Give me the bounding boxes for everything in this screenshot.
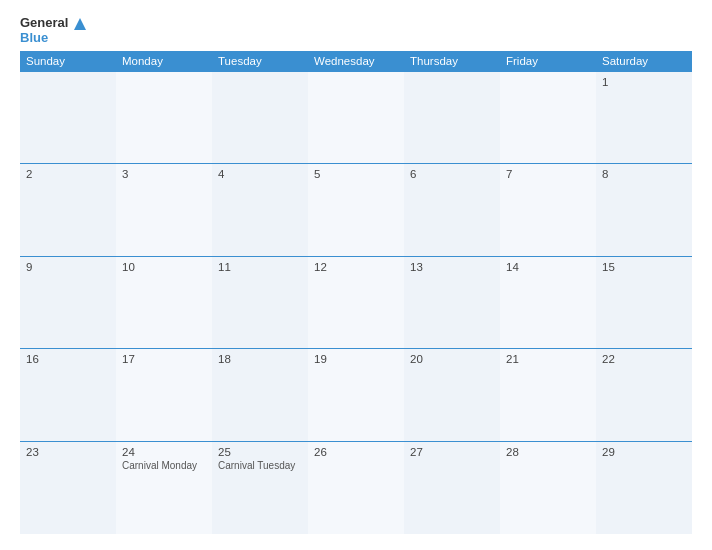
day-number: 20 xyxy=(410,353,494,365)
calendar-header: SundayMondayTuesdayWednesdayThursdayFrid… xyxy=(20,51,692,72)
calendar-cell: 5 xyxy=(308,164,404,257)
day-number: 1 xyxy=(602,76,686,88)
logo-general-text: General xyxy=(20,15,68,30)
calendar-cell: 9 xyxy=(20,256,116,349)
calendar-cell xyxy=(404,71,500,164)
day-number: 11 xyxy=(218,261,302,273)
calendar-cell: 24Carnival Monday xyxy=(116,441,212,534)
day-number: 29 xyxy=(602,446,686,458)
calendar-cell: 29 xyxy=(596,441,692,534)
calendar-cell: 11 xyxy=(212,256,308,349)
day-number: 6 xyxy=(410,168,494,180)
day-number: 5 xyxy=(314,168,398,180)
svg-marker-0 xyxy=(74,18,86,30)
calendar-table: SundayMondayTuesdayWednesdayThursdayFrid… xyxy=(20,51,692,534)
calendar-cell: 12 xyxy=(308,256,404,349)
calendar-cell xyxy=(500,71,596,164)
day-number: 9 xyxy=(26,261,110,273)
calendar-cell: 18 xyxy=(212,349,308,442)
calendar-cell: 19 xyxy=(308,349,404,442)
calendar-cell: 25Carnival Tuesday xyxy=(212,441,308,534)
day-number: 12 xyxy=(314,261,398,273)
calendar-cell xyxy=(116,71,212,164)
calendar-cell: 8 xyxy=(596,164,692,257)
calendar-cell: 10 xyxy=(116,256,212,349)
calendar-cell: 28 xyxy=(500,441,596,534)
header: General Blue xyxy=(20,16,692,45)
page: General Blue SundayMondayTuesdayWednesda… xyxy=(0,0,712,550)
day-number: 13 xyxy=(410,261,494,273)
day-number: 16 xyxy=(26,353,110,365)
calendar-cell: 22 xyxy=(596,349,692,442)
calendar-cell: 6 xyxy=(404,164,500,257)
day-number: 28 xyxy=(506,446,590,458)
event-label: Carnival Tuesday xyxy=(218,460,302,471)
calendar-cell: 26 xyxy=(308,441,404,534)
calendar-week-row: 2345678 xyxy=(20,164,692,257)
weekday-header: Sunday xyxy=(20,51,116,72)
calendar-cell xyxy=(20,71,116,164)
calendar-cell: 4 xyxy=(212,164,308,257)
calendar-week-row: 9101112131415 xyxy=(20,256,692,349)
day-number: 14 xyxy=(506,261,590,273)
calendar-cell: 20 xyxy=(404,349,500,442)
calendar-cell: 23 xyxy=(20,441,116,534)
weekday-header: Friday xyxy=(500,51,596,72)
calendar-cell: 27 xyxy=(404,441,500,534)
calendar-cell: 3 xyxy=(116,164,212,257)
logo-blue-text: Blue xyxy=(20,30,48,45)
day-number: 24 xyxy=(122,446,206,458)
weekday-header: Saturday xyxy=(596,51,692,72)
calendar-week-row: 16171819202122 xyxy=(20,349,692,442)
calendar-cell: 14 xyxy=(500,256,596,349)
day-number: 18 xyxy=(218,353,302,365)
day-number: 3 xyxy=(122,168,206,180)
day-number: 21 xyxy=(506,353,590,365)
day-number: 22 xyxy=(602,353,686,365)
weekday-header: Wednesday xyxy=(308,51,404,72)
logo: General Blue xyxy=(20,16,87,45)
calendar-week-row: 2324Carnival Monday25Carnival Tuesday262… xyxy=(20,441,692,534)
calendar-cell: 16 xyxy=(20,349,116,442)
calendar-cell: 21 xyxy=(500,349,596,442)
calendar-cell: 1 xyxy=(596,71,692,164)
calendar-cell: 17 xyxy=(116,349,212,442)
day-number: 19 xyxy=(314,353,398,365)
day-number: 7 xyxy=(506,168,590,180)
day-number: 27 xyxy=(410,446,494,458)
weekday-header: Thursday xyxy=(404,51,500,72)
day-number: 4 xyxy=(218,168,302,180)
calendar-cell xyxy=(308,71,404,164)
calendar-cell: 13 xyxy=(404,256,500,349)
event-label: Carnival Monday xyxy=(122,460,206,471)
calendar-cell xyxy=(212,71,308,164)
day-number: 17 xyxy=(122,353,206,365)
day-number: 10 xyxy=(122,261,206,273)
day-number: 25 xyxy=(218,446,302,458)
calendar-body: 123456789101112131415161718192021222324C… xyxy=(20,71,692,534)
logo-icon xyxy=(73,17,87,31)
day-number: 15 xyxy=(602,261,686,273)
weekday-header: Monday xyxy=(116,51,212,72)
calendar-cell: 15 xyxy=(596,256,692,349)
day-number: 26 xyxy=(314,446,398,458)
weekday-header: Tuesday xyxy=(212,51,308,72)
day-number: 8 xyxy=(602,168,686,180)
weekday-row: SundayMondayTuesdayWednesdayThursdayFrid… xyxy=(20,51,692,72)
day-number: 2 xyxy=(26,168,110,180)
day-number: 23 xyxy=(26,446,110,458)
calendar-week-row: 1 xyxy=(20,71,692,164)
calendar-cell: 7 xyxy=(500,164,596,257)
calendar-cell: 2 xyxy=(20,164,116,257)
